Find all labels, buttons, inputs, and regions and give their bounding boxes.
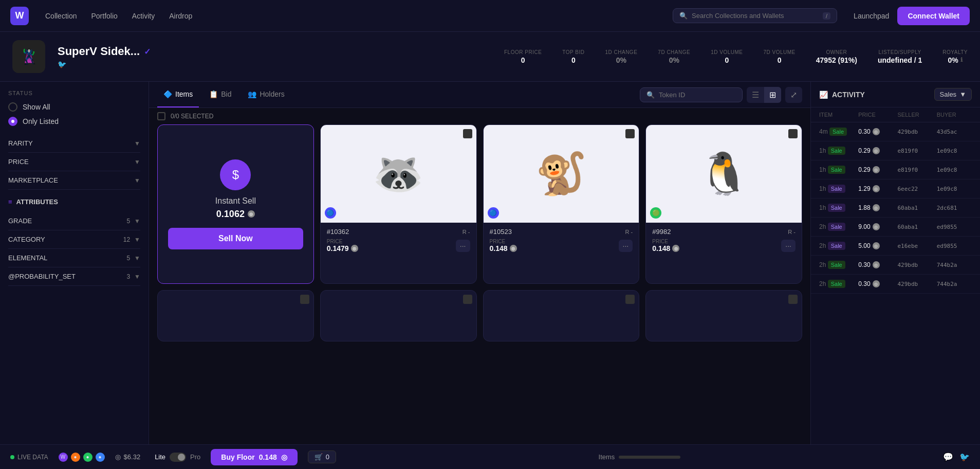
tab-holders[interactable]: 👥 Holders <box>242 82 290 107</box>
sale-badge-7: Sale <box>828 261 845 269</box>
activity-row-5[interactable]: 2h Sale 9.00 ◎ 60aba1 ed9855 <box>811 218 980 237</box>
sale-badge-1: Sale <box>828 147 845 155</box>
buy-floor-label: Buy Floor <box>221 453 254 461</box>
nft-price-value-2: 0.148 ◎ <box>652 244 679 252</box>
instant-sell-icon: $ <box>220 159 251 190</box>
launchpad-button[interactable]: Launchpad <box>854 12 889 20</box>
activity-item-3: 1h Sale <box>819 185 854 193</box>
show-all-option[interactable]: Show All <box>8 102 140 112</box>
token-search-input[interactable] <box>659 91 745 99</box>
lite-option[interactable]: Lite <box>155 453 165 461</box>
pro-option[interactable]: Pro <box>190 453 200 461</box>
activity-row-0[interactable]: 4m Sale 0.30 ◎ 429bdb 43d5ac <box>811 122 980 141</box>
main-content: STATUS Show All Only Listed RARITY ▼ PRI… <box>0 82 980 469</box>
nft-menu-2[interactable]: ··· <box>781 240 796 252</box>
bid-tab-icon: 📋 <box>209 90 218 98</box>
grid-view-button[interactable]: ⊞ <box>764 87 781 103</box>
nav-airdrop[interactable]: Airdrop <box>169 10 192 22</box>
stat-7d-label: 7D CHANGE <box>658 49 690 55</box>
nft-image-0: 🦝 🔵 <box>321 125 476 223</box>
only-listed-option[interactable]: Only Listed <box>8 117 140 126</box>
activity-row-7[interactable]: 2h Sale 0.30 ◎ 429bdb 744b2a <box>811 256 980 275</box>
theme-switch[interactable] <box>170 453 186 462</box>
buy-floor-button[interactable]: Buy Floor 0.148 ◎ <box>211 449 297 465</box>
rarity-label: RARITY <box>8 139 33 147</box>
select-all-checkbox[interactable] <box>157 112 165 120</box>
nft-checkbox-0[interactable] <box>463 129 472 138</box>
logo[interactable]: W <box>10 7 29 25</box>
stat-owner-value: 47952 (91%) <box>816 56 857 64</box>
tabs-bar: 🔷 Items 📋 Bid 👥 Holders 🔍 ☰ ⊞ ⤢ <box>149 82 810 108</box>
activity-row-3[interactable]: 1h Sale 1.29 ◎ 6eec22 1e09c8 <box>811 179 980 199</box>
activity-item-2: 1h Sale <box>819 166 854 174</box>
twitter-bottom-icon[interactable]: 🐦 <box>959 452 970 462</box>
nav-collection[interactable]: Collection <box>45 10 77 22</box>
activity-price-6: 5.00 ◎ <box>858 242 893 249</box>
royalty-info-icon[interactable]: ℹ <box>960 57 963 63</box>
global-search[interactable]: 🔍 / <box>673 8 837 23</box>
activity-seller-7: 429bdb <box>898 262 933 268</box>
tab-bid[interactable]: 📋 Bid <box>203 82 237 107</box>
nft-price-icon-2: ◎ <box>672 245 679 252</box>
price-filter[interactable]: PRICE ▼ <box>8 153 140 171</box>
nft-menu-1[interactable]: ··· <box>619 240 633 252</box>
items-tab-icon: 🔷 <box>163 90 172 98</box>
nft-card-2[interactable]: 🐧 🟢 #9982 R - PRICE 0.148 ◎ <box>645 124 802 284</box>
nft-bottom-checkbox-0[interactable] <box>300 295 309 304</box>
expand-button[interactable]: ⤢ <box>785 87 802 103</box>
nft-bottom-checkbox-1[interactable] <box>463 295 472 304</box>
nft-card-bottom-0[interactable] <box>157 290 314 341</box>
price-label: PRICE <box>8 158 29 166</box>
probability-count: 3 <box>126 273 130 280</box>
search-input[interactable] <box>692 12 819 20</box>
items-counter: Items <box>599 453 681 461</box>
col-price: PRICE <box>858 112 893 118</box>
nav-activity[interactable]: Activity <box>132 10 155 22</box>
nft-bottom-checkbox-2[interactable] <box>625 295 635 304</box>
activity-buyer-7: 744b2a <box>937 262 972 268</box>
stat-royalty-label: ROYALTY <box>942 49 968 55</box>
nav-portfolio[interactable]: Portfolio <box>91 10 117 22</box>
token-search[interactable]: 🔍 <box>640 87 743 102</box>
list-view-button[interactable]: ☰ <box>747 87 764 103</box>
cart-count[interactable]: 🛒 0 <box>308 450 336 463</box>
sell-now-button[interactable]: Sell Now <box>168 228 303 249</box>
activity-row-8[interactable]: 2h Sale 0.30 ◎ 429bdb 744b2a <box>811 275 980 294</box>
nft-card-0[interactable]: 🦝 🔵 #10362 R - PRICE 0.1479 <box>320 124 477 284</box>
nft-card-bottom-3[interactable] <box>645 290 802 341</box>
activity-row-6[interactable]: 2h Sale 5.00 ◎ e16ebe ed9855 <box>811 237 980 256</box>
activity-row-4[interactable]: 1h Sale 1.88 ◎ 60aba1 2dc681 <box>811 199 980 218</box>
only-listed-radio[interactable] <box>8 117 17 126</box>
stat-listed-supply: LISTED/SUPPLY undefined / 1 <box>878 49 922 64</box>
tab-items[interactable]: 🔷 Items <box>157 82 199 107</box>
only-listed-label: Only Listed <box>23 117 59 125</box>
nft-checkbox-1[interactable] <box>625 129 635 138</box>
activity-row-1[interactable]: 1h Sale 0.29 ◎ e819f0 1e09c8 <box>811 141 980 160</box>
grade-attr[interactable]: GRADE 5 ▼ <box>8 212 140 230</box>
stat-owner-label: OWNER <box>826 49 847 55</box>
nft-card-1[interactable]: 🐒 🔵 #10523 R - PRICE 0.148 ◎ <box>483 124 640 284</box>
show-all-radio[interactable] <box>8 102 17 112</box>
probability-attr[interactable]: @PROBABILITY_SET 3 ▼ <box>8 267 140 286</box>
nft-price-row-1: PRICE 0.148 ◎ ··· <box>490 239 633 252</box>
twitter-icon[interactable]: 🐦 <box>58 60 151 68</box>
activity-chart-icon: 📈 <box>819 91 828 99</box>
connect-wallet-button[interactable]: Connect Wallet <box>897 7 970 25</box>
sales-dropdown[interactable]: Sales ▼ <box>934 88 972 101</box>
nft-menu-0[interactable]: ··· <box>456 240 470 252</box>
nft-card-bottom-2[interactable] <box>483 290 640 341</box>
grade-label: GRADE <box>8 217 32 225</box>
marketplace-filter[interactable]: MARKETPLACE ▼ <box>8 171 140 190</box>
grade-count: 5 <box>126 218 130 225</box>
elemental-attr[interactable]: ELEMENTAL 5 ▼ <box>8 249 140 267</box>
nft-card-bottom-1[interactable] <box>320 290 477 341</box>
discord-icon[interactable]: 💬 <box>943 452 953 462</box>
activity-price-7: 0.30 ◎ <box>858 261 893 268</box>
select-bar: 0/0 SELECTED <box>149 108 810 124</box>
activity-row-2[interactable]: 1h Sale 0.29 ◎ e819f0 1e09c8 <box>811 160 980 179</box>
category-attr[interactable]: CATEGORY 12 ▼ <box>8 230 140 249</box>
rarity-filter[interactable]: RARITY ▼ <box>8 134 140 153</box>
nft-bottom-checkbox-3[interactable] <box>788 295 798 304</box>
instant-sell-card[interactable]: $ Instant Sell 0.1062 ◎ Sell Now <box>157 124 314 284</box>
nft-checkbox-2[interactable] <box>788 129 798 138</box>
